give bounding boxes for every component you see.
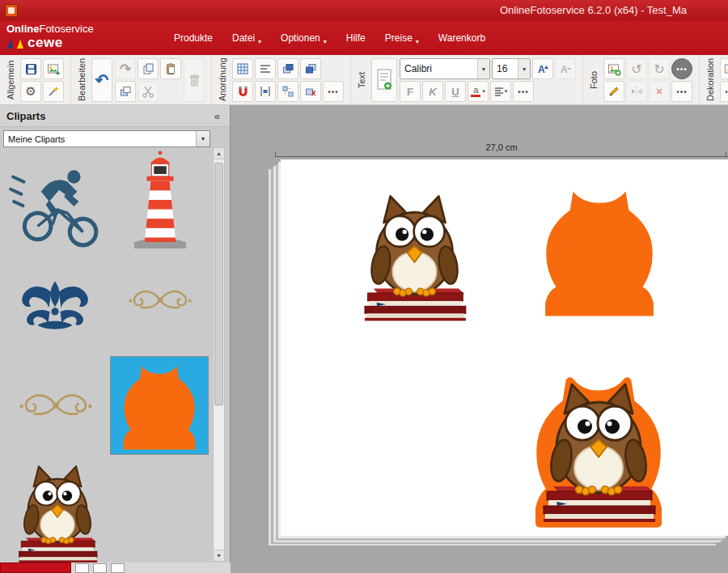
redo-button[interactable]: ↷ (115, 58, 136, 79)
cut-button[interactable] (138, 81, 159, 102)
add-photo-button[interactable] (603, 58, 624, 79)
clipart-flourish-ornament-2[interactable] (6, 387, 105, 424)
snap-magnet-button[interactable] (232, 81, 253, 102)
photo-options-button[interactable]: ••• (671, 58, 692, 79)
menu-hilfe[interactable]: Hilfe (346, 32, 366, 44)
add-page-button[interactable] (0, 562, 71, 573)
clipart-flourish-ornament[interactable] (118, 277, 202, 324)
chevron-down-icon: ▾ (477, 59, 489, 79)
bring-forward-icon (281, 62, 294, 75)
copy-button[interactable] (138, 58, 159, 79)
duplicate-button[interactable] (115, 81, 136, 102)
page-thumbnails (75, 563, 125, 573)
font-size-value: 16 (493, 63, 518, 74)
rotate-left-icon: ↺ (631, 62, 641, 77)
group-label-foto: Foto (588, 57, 599, 103)
chevron-down-icon: ▾ (505, 88, 508, 95)
font-decrease-button[interactable]: A (555, 58, 576, 79)
insert-textbox-button[interactable] (371, 58, 397, 102)
add-photo-icon (607, 62, 621, 76)
clipart-damask-ornament[interactable] (5, 277, 105, 333)
panel-title: Cliparts (6, 110, 211, 122)
menu-preise[interactable]: Preise▾ (385, 32, 419, 44)
scroll-down-button[interactable]: ▼ (214, 550, 224, 561)
grid-button[interactable] (232, 58, 253, 79)
pencil-icon (607, 85, 620, 98)
more-icon: ••• (518, 87, 529, 96)
clipart-category-select[interactable]: Meine Cliparts ▾ (3, 130, 210, 147)
export-image-button[interactable] (43, 58, 64, 79)
page-thumbnail[interactable] (75, 563, 89, 573)
font-size-select[interactable]: 16 ▾ (492, 58, 531, 79)
magnet-icon (236, 85, 249, 98)
paste-button[interactable] (160, 58, 181, 79)
brand-name-regular: Fotoservice (39, 23, 93, 35)
menu-datei[interactable]: Datei▾ (232, 32, 261, 44)
menu-warenkorb[interactable]: Warenkorb (438, 32, 485, 44)
edit-photo-button[interactable] (603, 81, 624, 102)
align-icon (259, 62, 272, 75)
font-increase-button[interactable]: A (532, 58, 553, 79)
group-label-bearbeiten: Bearbeiten (76, 57, 87, 103)
chevron-down-icon: ▾ (258, 38, 261, 45)
scrollbar-thumb[interactable] (214, 163, 223, 405)
app-icon (5, 4, 18, 17)
clipart-mountain-biker[interactable] (6, 152, 105, 251)
canvas-owl-on-books[interactable] (348, 185, 481, 324)
owl-silhouette-image (113, 359, 205, 452)
text-align-button[interactable]: ▾ (490, 81, 511, 102)
font-family-select[interactable]: Calibri ▾ (400, 58, 490, 79)
undo-button[interactable]: ↶ (91, 58, 112, 102)
clipart-lighthouse[interactable] (121, 148, 199, 250)
cewe-logo-icon (6, 37, 24, 49)
flourish-ornament-image (118, 277, 202, 324)
owl-on-books-image (6, 457, 108, 565)
add-clipart-button[interactable] (720, 58, 728, 79)
redo-icon: ↷ (120, 61, 131, 78)
rotate-right-button[interactable]: ↻ (649, 58, 670, 79)
text-more-button[interactable]: ••• (513, 81, 534, 102)
menu-produkte[interactable]: Produkte (174, 32, 213, 44)
clipart-owl-silhouette[interactable] (110, 356, 209, 455)
font-color-button[interactable]: a ▾ (468, 81, 489, 102)
remove-photo-button[interactable]: × (649, 81, 670, 102)
bold-button[interactable]: F (400, 81, 421, 102)
group-objects-button[interactable] (277, 81, 298, 102)
settings-button[interactable]: ⚙ (20, 81, 41, 102)
assistant-button[interactable] (43, 81, 64, 102)
cliparts-panel: Cliparts « Meine Cliparts ▾ (0, 105, 231, 573)
rotate-left-button[interactable]: ↺ (626, 58, 647, 79)
canvas-owl-on-books-outlined[interactable] (526, 364, 671, 533)
toolbar-group-foto: Foto ↺ ↻ ••• (583, 55, 700, 104)
menubar: OnlineFotoservice cewe Produkte Datei▾ O… (0, 21, 728, 55)
italic-button[interactable]: K (422, 81, 443, 102)
page-thumbnail[interactable] (93, 563, 107, 573)
distribute-button[interactable] (255, 81, 276, 102)
delete-button[interactable] (184, 58, 205, 102)
underline-button[interactable]: U (445, 81, 466, 102)
flip-photo-button[interactable] (626, 81, 647, 102)
collapse-panel-icon[interactable]: « (211, 110, 223, 122)
cliparts-scrollbar[interactable]: ▲ ▼ (213, 147, 225, 562)
send-backward-button[interactable] (300, 58, 321, 79)
grid-icon (236, 62, 249, 75)
foto-more-button[interactable]: ••• (671, 81, 692, 102)
dekoration-more-button[interactable]: ••• (720, 81, 728, 102)
save-button[interactable] (20, 58, 41, 79)
scroll-up-button[interactable]: ▲ (214, 148, 224, 159)
menu-optionen[interactable]: Optionen▾ (281, 32, 327, 44)
font-decrease-icon: A (559, 62, 572, 75)
align-objects-button[interactable] (255, 58, 276, 79)
app-window: OnlineFotoservice 6.2.0 (x64) - Test_Ma … (0, 0, 728, 573)
page-thumbnail[interactable] (111, 563, 125, 573)
bring-forward-button[interactable] (277, 58, 298, 79)
canvas-owl-silhouette-orange[interactable] (530, 181, 669, 319)
anordnung-more-button[interactable]: ••• (323, 81, 344, 102)
menu-items: Produkte Datei▾ Optionen▾ Hilfe Preise▾ … (174, 32, 485, 44)
clipart-owl-on-books[interactable] (6, 457, 108, 565)
group-label-dekoration: Dekoration (705, 57, 716, 103)
remove-arrangement-button[interactable]: x (300, 81, 321, 102)
copy-icon (142, 62, 154, 75)
design-canvas[interactable]: 27,0 cm (231, 105, 728, 573)
design-page[interactable] (281, 159, 728, 536)
